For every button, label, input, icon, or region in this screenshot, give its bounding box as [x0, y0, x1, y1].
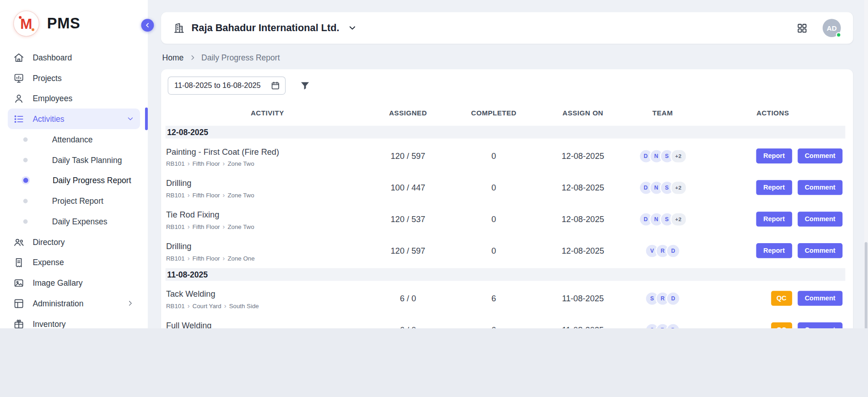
- sidebar-item-inventory[interactable]: Inventory: [8, 314, 140, 328]
- column-header: COMPLETED: [447, 109, 541, 117]
- bullet-icon: [23, 219, 28, 223]
- location-crumb: RB101: [166, 191, 185, 198]
- location-crumb: RB101: [166, 255, 185, 261]
- user-avatar[interactable]: AD: [823, 19, 841, 37]
- sidebar-item-projects[interactable]: Projects: [8, 68, 140, 88]
- scrollbar-track[interactable]: [864, 0, 868, 328]
- breadcrumb-home[interactable]: Home: [162, 53, 183, 62]
- sidebar-subitem-label: Project Report: [52, 196, 103, 205]
- sidebar-item-image-gallary[interactable]: Image Gallary: [8, 272, 140, 293]
- bullet-icon: [23, 199, 28, 203]
- assigned-cell: 6 / 0: [369, 294, 447, 303]
- chevron-down-icon: [348, 23, 357, 33]
- table-row: Full Welding RB101›Court Yard›South Side…: [166, 314, 846, 328]
- group-date: 11-08-2025: [167, 270, 208, 279]
- comment-button[interactable]: Comment: [798, 180, 842, 195]
- home-icon: [13, 52, 24, 63]
- brand: M PMS: [0, 0, 148, 43]
- actions-cell: ReportComment: [700, 148, 845, 163]
- scrollbar-thumb[interactable]: [865, 242, 868, 328]
- sidebar-subitem-label: Daily Task Planning: [52, 155, 122, 164]
- column-header: ACTIVITY: [166, 109, 369, 117]
- comment-button[interactable]: Comment: [798, 243, 842, 258]
- completed-cell: 0: [447, 214, 541, 224]
- administration-icon: [13, 298, 24, 309]
- logo-letter: M: [20, 16, 32, 31]
- activity-path: RB101›Fifth Floor›Zone One: [166, 255, 369, 261]
- team-more-badge[interactable]: +2: [670, 149, 686, 163]
- assigned-cell: 120 / 597: [369, 246, 447, 256]
- activity-path: RB101›Fifth Floor›Zone Two: [166, 160, 369, 167]
- sidebar-item-label: Projects: [32, 73, 135, 82]
- assign-on-cell: 12-08-2025: [541, 151, 625, 161]
- chevron-right-icon: ›: [188, 191, 190, 198]
- filter-icon[interactable]: [300, 80, 311, 91]
- sidebar-subitem-daily-expenses[interactable]: Daily Expenses: [8, 211, 140, 232]
- sidebar-item-activities[interactable]: Activities: [8, 109, 140, 129]
- app-title: PMS: [47, 15, 81, 33]
- assign-on-cell: 12-08-2025: [541, 246, 625, 256]
- completed-cell: 6: [447, 325, 541, 328]
- date-group-header: 11-08-2025: [166, 268, 846, 281]
- comment-button[interactable]: Comment: [798, 212, 842, 227]
- sidebar-item-administration[interactable]: Administration: [8, 293, 140, 314]
- team-member-avatar[interactable]: D: [666, 244, 680, 258]
- report-button[interactable]: Report: [756, 243, 792, 258]
- gallery-icon: [13, 277, 24, 288]
- assign-on-cell: 12-08-2025: [541, 183, 625, 192]
- actions-cell: ReportComment: [700, 180, 845, 195]
- sidebar-item-label: Administration: [32, 299, 118, 308]
- comment-button[interactable]: Comment: [798, 322, 842, 328]
- team-cell: DNS+2: [625, 180, 701, 195]
- chevron-right-icon: ›: [223, 223, 225, 230]
- report-button[interactable]: Report: [756, 212, 792, 227]
- chevron-down-icon: [126, 114, 135, 123]
- sidebar-collapse-button[interactable]: [141, 19, 154, 32]
- apps-grid-icon[interactable]: [797, 22, 808, 33]
- sidebar-subitem-label: Daily Progress Report: [53, 176, 131, 185]
- team-more-badge[interactable]: +2: [670, 212, 686, 226]
- activity-cell: Drilling RB101›Fifth Floor›Zone Two: [166, 174, 369, 201]
- bullet-icon: [23, 158, 28, 162]
- sidebar-item-label: Image Gallary: [32, 278, 135, 287]
- sidebar-item-directory[interactable]: Directory: [8, 232, 140, 252]
- report-button[interactable]: Report: [756, 180, 792, 195]
- qc-button[interactable]: QC: [771, 322, 792, 328]
- sidebar-subitem-daily-task-planning[interactable]: Daily Task Planning: [8, 150, 140, 170]
- team-cell: DNS+2: [625, 212, 701, 226]
- report-button[interactable]: Report: [756, 148, 792, 163]
- sidebar-subitem-project-report[interactable]: Project Report: [8, 190, 140, 211]
- team-more-badge[interactable]: +2: [670, 180, 686, 195]
- team-member-avatar[interactable]: D: [666, 323, 680, 328]
- bullet-icon: [23, 137, 28, 141]
- assign-on-cell: 12-08-2025: [541, 214, 625, 224]
- directory-icon: [13, 236, 24, 247]
- sidebar-nav: DashboardProjectsEmployeesActivitiesAtte…: [0, 43, 148, 328]
- date-range-value: 11-08-2025 to 16-08-2025: [174, 82, 261, 90]
- sidebar-item-expense[interactable]: Expense: [8, 252, 140, 272]
- assigned-cell: 120 / 597: [369, 151, 447, 161]
- employees-icon: [13, 93, 24, 104]
- comment-button[interactable]: Comment: [798, 291, 842, 306]
- sidebar-item-employees[interactable]: Employees: [8, 88, 140, 109]
- sidebar-subitem-daily-progress-report[interactable]: Daily Progress Report: [8, 170, 140, 190]
- assigned-cell: 100 / 447: [369, 183, 447, 192]
- activity-title: Drilling: [166, 178, 369, 188]
- completed-cell: 0: [447, 246, 541, 256]
- activities-icon: [13, 113, 24, 124]
- sidebar-subitem-attendance[interactable]: Attendance: [8, 129, 140, 150]
- column-header: TEAM: [625, 109, 701, 117]
- company-selector[interactable]: Raja Bahadur International Ltd.: [173, 22, 357, 33]
- assigned-cell: 120 / 537: [369, 214, 447, 224]
- table-row: Drilling RB101›Fifth Floor›Zone Two 100 …: [166, 172, 846, 203]
- sidebar-item-dashboard[interactable]: Dashboard: [8, 47, 140, 68]
- comment-button[interactable]: Comment: [798, 148, 842, 163]
- chevron-right-icon: [189, 54, 196, 61]
- location-crumb: Fifth Floor: [193, 160, 220, 167]
- team-member-avatar[interactable]: D: [666, 291, 680, 305]
- qc-button[interactable]: QC: [771, 291, 792, 306]
- group-date: 12-08-2025: [167, 128, 208, 136]
- sidebar-item-label: Expense: [32, 258, 135, 266]
- date-range-input[interactable]: 11-08-2025 to 16-08-2025: [168, 76, 286, 95]
- activity-cell: Painting - First Coat (Fire Red) RB101›F…: [166, 143, 369, 169]
